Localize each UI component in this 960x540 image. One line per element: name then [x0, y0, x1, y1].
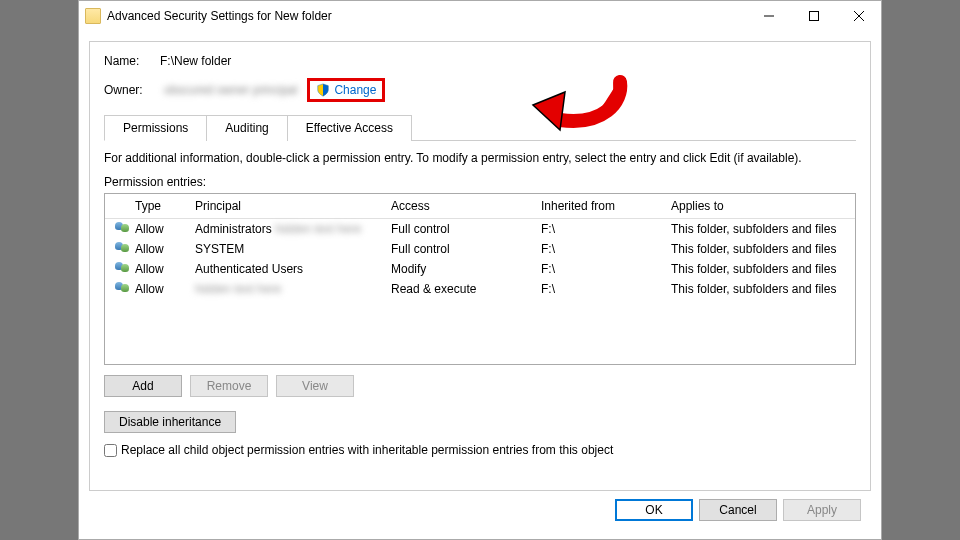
table-row[interactable]: AllowAuthenticated UsersModifyF:\This fo… [105, 259, 855, 279]
cell-applies: This folder, subfolders and files [665, 280, 855, 298]
cell-applies: This folder, subfolders and files [665, 240, 855, 258]
cell-principal: hidden text here [189, 280, 385, 298]
tab-strip: Permissions Auditing Effective Access [104, 114, 856, 141]
permissions-table: Type Principal Access Inherited from App… [104, 193, 856, 365]
change-owner-link[interactable]: Change [334, 83, 376, 97]
cell-inherited: F:\ [535, 240, 665, 258]
owner-label: Owner: [104, 83, 160, 97]
owner-value: obscured owner principal [164, 83, 297, 97]
cell-principal: SYSTEM [189, 240, 385, 258]
cell-access: Modify [385, 260, 535, 278]
users-icon [115, 262, 131, 276]
th-inherited[interactable]: Inherited from [535, 197, 665, 215]
table-row[interactable]: AllowAdministrators hidden text hereFull… [105, 219, 855, 239]
add-button[interactable]: Add [104, 375, 182, 397]
name-row: Name: F:\New folder [104, 54, 856, 68]
cancel-button[interactable]: Cancel [699, 499, 777, 521]
cell-principal: Authenticated Users [189, 260, 385, 278]
cell-applies: This folder, subfolders and files [665, 220, 855, 238]
table-body: AllowAdministrators hidden text hereFull… [105, 219, 855, 299]
security-settings-window: Advanced Security Settings for New folde… [78, 0, 882, 540]
th-access[interactable]: Access [385, 197, 535, 215]
cell-inherited: F:\ [535, 260, 665, 278]
maximize-button[interactable] [791, 1, 836, 31]
entry-buttons-row: Add Remove View [104, 375, 856, 397]
th-applies[interactable]: Applies to [665, 197, 855, 215]
cell-access: Full control [385, 240, 535, 258]
name-label: Name: [104, 54, 160, 68]
window-title: Advanced Security Settings for New folde… [107, 9, 746, 23]
minimize-button[interactable] [746, 1, 791, 31]
name-value: F:\New folder [160, 54, 231, 68]
th-principal[interactable]: Principal [189, 197, 385, 215]
users-icon [115, 242, 131, 256]
remove-button: Remove [190, 375, 268, 397]
svg-rect-1 [809, 12, 818, 21]
change-owner-highlight: Change [307, 78, 385, 102]
replace-checkbox-row: Replace all child object permission entr… [104, 443, 856, 457]
table-row[interactable]: Allow hidden text hereRead & executeF:\T… [105, 279, 855, 299]
close-button[interactable] [836, 1, 881, 31]
titlebar: Advanced Security Settings for New folde… [79, 1, 881, 31]
window-controls [746, 1, 881, 31]
view-button: View [276, 375, 354, 397]
replace-children-checkbox[interactable] [104, 444, 117, 457]
permission-entries-label: Permission entries: [104, 175, 856, 189]
inheritance-row: Disable inheritance [104, 411, 856, 433]
cell-type: Allow [129, 280, 189, 298]
tab-permissions[interactable]: Permissions [104, 115, 207, 141]
tab-effective-access[interactable]: Effective Access [287, 115, 412, 141]
cell-applies: This folder, subfolders and files [665, 260, 855, 278]
cell-inherited: F:\ [535, 280, 665, 298]
replace-children-label: Replace all child object permission entr… [121, 443, 613, 457]
cell-principal: Administrators hidden text here [189, 220, 385, 238]
cell-type: Allow [129, 240, 189, 258]
th-type[interactable]: Type [129, 197, 189, 215]
cell-type: Allow [129, 260, 189, 278]
cell-access: Read & execute [385, 280, 535, 298]
info-text: For additional information, double-click… [104, 151, 856, 165]
owner-row: Owner: obscured owner principal Change [104, 78, 856, 102]
disable-inheritance-button[interactable]: Disable inheritance [104, 411, 236, 433]
ok-button[interactable]: OK [615, 499, 693, 521]
cell-inherited: F:\ [535, 220, 665, 238]
table-row[interactable]: AllowSYSTEMFull controlF:\This folder, s… [105, 239, 855, 259]
apply-button: Apply [783, 499, 861, 521]
cell-access: Full control [385, 220, 535, 238]
th-icon [105, 197, 129, 215]
shield-icon [316, 83, 330, 97]
dialog-footer: OK Cancel Apply [89, 491, 871, 529]
folder-icon [85, 8, 101, 24]
cell-type: Allow [129, 220, 189, 238]
table-header: Type Principal Access Inherited from App… [105, 194, 855, 219]
content-area: Name: F:\New folder Owner: obscured owne… [79, 31, 881, 539]
users-icon [115, 222, 131, 236]
users-icon [115, 282, 131, 296]
main-frame: Name: F:\New folder Owner: obscured owne… [89, 41, 871, 491]
tab-auditing[interactable]: Auditing [206, 115, 287, 141]
